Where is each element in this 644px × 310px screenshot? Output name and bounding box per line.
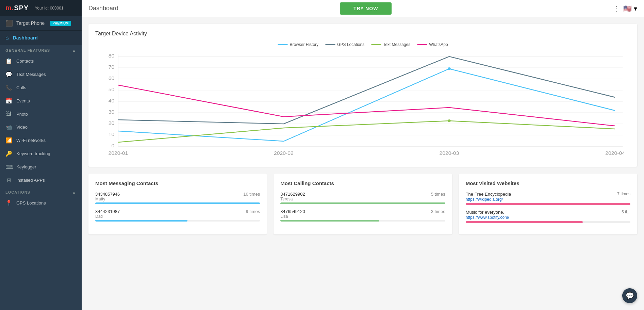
sidebar-item-keylogger[interactable]: ⌨ Keylogger	[0, 160, 82, 174]
table-row: 3471629902 Teresa 5 times	[280, 192, 445, 204]
apps-icon: ⊞	[5, 177, 12, 183]
topbar-right: ⋮ 🇺🇸 ▾	[613, 4, 637, 13]
main-area: Dashboard TRY NOW ⋮ 🇺🇸 ▾ Target Device A…	[82, 0, 644, 310]
sidebar-item-keyword-tracking[interactable]: 🔑 Keyword tracking	[0, 147, 82, 160]
svg-point-25	[448, 119, 451, 122]
svg-text:60: 60	[109, 76, 114, 81]
general-features-header: GENERAL FEATURES ▲	[0, 45, 82, 54]
svg-text:40: 40	[109, 98, 114, 103]
sidebar-item-text-messages[interactable]: 💬 Text Messages	[0, 68, 82, 81]
svg-point-24	[448, 67, 451, 70]
chevron-up-icon: ▲	[72, 48, 76, 52]
svg-text:70: 70	[109, 65, 114, 70]
contacts-icon: 📋	[5, 58, 12, 64]
table-row: 3444231987 Dad 9 times	[95, 209, 260, 222]
legend-text-messages: Text Messages	[371, 42, 410, 47]
table-row: Music for everyone. https://www.spotify.…	[466, 210, 630, 223]
keylogger-icon: ⌨	[5, 164, 12, 170]
bottom-cards: Most Messaging Contacts 3434857946 Matty…	[88, 174, 637, 234]
sidebar-item-photo[interactable]: 🖼 Photo	[0, 108, 82, 120]
activity-card: Target Device Activity Browser History G…	[88, 24, 637, 167]
locations-header: LOCATIONS ▲	[0, 187, 82, 196]
target-phone-icon: ⬛	[5, 19, 13, 27]
gps-icon: 📍	[5, 200, 12, 206]
messaging-contacts-card: Most Messaging Contacts 3434857946 Matty…	[88, 174, 267, 234]
activity-chart: 0 10 20 30 40 50 60 70 80 2020-01 2020-0…	[95, 51, 630, 160]
table-row: 3434857946 Matty 16 times	[95, 192, 260, 204]
table-row: 3476549120 Lisa 3 times	[280, 209, 445, 222]
video-icon: 📹	[5, 124, 12, 130]
svg-text:80: 80	[109, 53, 114, 59]
chevron-up-icon-2: ▲	[72, 190, 76, 194]
sidebar-item-wifi[interactable]: 📶 Wi-Fi networks	[0, 134, 82, 147]
messaging-card-title: Most Messaging Contacts	[95, 180, 260, 186]
websites-card-title: Most Visited Websites	[466, 180, 630, 186]
text-messages-icon: 💬	[5, 71, 12, 78]
calling-card-title: Most Calling Contacts	[280, 180, 445, 186]
wifi-icon: 📶	[5, 137, 12, 144]
chat-bubble-button[interactable]: 💬	[622, 288, 637, 303]
svg-text:2020-01: 2020-01	[109, 151, 128, 156]
photo-icon: 🖼	[5, 111, 12, 117]
sidebar-item-contacts[interactable]: 📋 Contacts	[0, 54, 82, 68]
dashboard-content: Target Device Activity Browser History G…	[82, 17, 644, 310]
dashboard-label: Dashboard	[13, 35, 38, 40]
sidebar-item-gps[interactable]: 📍 GPS Locations	[0, 196, 82, 210]
svg-text:30: 30	[109, 110, 114, 115]
svg-text:2020-03: 2020-03	[440, 151, 459, 156]
sidebar: m.SPY Your Id: 000001 ⬛ Target Phone PRE…	[0, 0, 82, 310]
premium-badge: PREMIUM	[50, 21, 71, 26]
sidebar-item-dashboard[interactable]: ⌂ Dashboard	[0, 31, 82, 45]
legend-browser-history: Browser History	[278, 42, 318, 47]
svg-text:20: 20	[109, 121, 114, 126]
dashboard-icon: ⌂	[5, 35, 9, 41]
events-icon: 📅	[5, 98, 12, 104]
user-id-label: Your Id: 000001	[35, 6, 63, 11]
svg-text:50: 50	[109, 87, 114, 92]
target-phone-row[interactable]: ⬛ Target Phone PREMIUM	[0, 16, 82, 31]
calls-icon: 📞	[5, 84, 12, 91]
keyword-icon: 🔑	[5, 150, 12, 157]
sidebar-item-installed-apps[interactable]: ⊞ Installed APPs	[0, 174, 82, 187]
flag-icon[interactable]: 🇺🇸 ▾	[623, 4, 637, 13]
try-now-button[interactable]: TRY NOW	[340, 2, 392, 15]
sidebar-item-calls[interactable]: 📞 Calls	[0, 81, 82, 94]
sidebar-item-video[interactable]: 📹 Video	[0, 120, 82, 134]
visited-websites-card: Most Visited Websites The Free Encyclope…	[459, 174, 637, 234]
topbar: Dashboard TRY NOW ⋮ 🇺🇸 ▾	[82, 0, 644, 17]
legend-whatsapp: WhatsApp	[417, 42, 448, 47]
logo: m.SPY	[5, 4, 29, 12]
svg-text:2020-02: 2020-02	[274, 151, 294, 156]
chart-svg: 0 10 20 30 40 50 60 70 80 2020-01 2020-0…	[95, 51, 630, 160]
svg-text:2020-04: 2020-04	[605, 151, 625, 156]
calling-contacts-card: Most Calling Contacts 3471629902 Teresa …	[274, 174, 452, 234]
page-title: Dashboard	[88, 5, 118, 12]
sidebar-item-events[interactable]: 📅 Events	[0, 94, 82, 108]
table-row: The Free Encyclopedia https://wikipedia.…	[466, 192, 630, 205]
sidebar-header: m.SPY Your Id: 000001	[0, 0, 82, 16]
target-phone-label: Target Phone	[16, 20, 45, 26]
more-options-icon[interactable]: ⋮	[613, 4, 620, 13]
legend-gps: GPS Locations	[325, 42, 364, 47]
activity-title: Target Device Activity	[95, 31, 630, 37]
svg-text:0: 0	[111, 143, 114, 148]
svg-text:10: 10	[109, 132, 114, 137]
chart-legend: Browser History GPS Locations Text Messa…	[95, 42, 630, 47]
